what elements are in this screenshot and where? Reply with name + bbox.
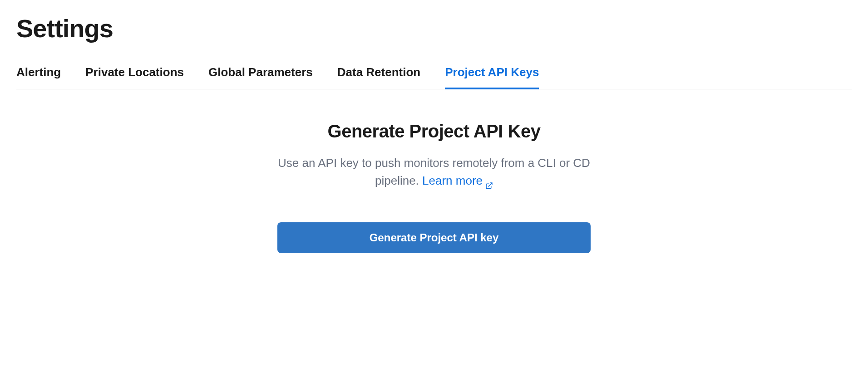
content-description: Use an API key to push monitors remotely…	[257, 154, 611, 190]
tab-global-parameters[interactable]: Global Parameters	[208, 65, 313, 89]
tab-data-retention[interactable]: Data Retention	[337, 65, 420, 89]
learn-more-link[interactable]: Learn more	[422, 172, 493, 190]
learn-more-label: Learn more	[422, 172, 483, 190]
tabs-nav: Alerting Private Locations Global Parame…	[16, 65, 852, 89]
settings-page: Settings Alerting Private Locations Glob…	[0, 0, 868, 267]
generate-api-key-button[interactable]: Generate Project API key	[277, 222, 591, 253]
svg-line-0	[488, 183, 492, 186]
content-heading: Generate Project API Key	[257, 121, 611, 142]
external-link-icon	[485, 177, 493, 185]
page-title: Settings	[16, 14, 852, 43]
tab-project-api-keys[interactable]: Project API Keys	[445, 65, 539, 89]
tab-private-locations[interactable]: Private Locations	[85, 65, 184, 89]
tab-alerting[interactable]: Alerting	[16, 65, 61, 89]
api-keys-content: Generate Project API Key Use an API key …	[257, 121, 611, 253]
